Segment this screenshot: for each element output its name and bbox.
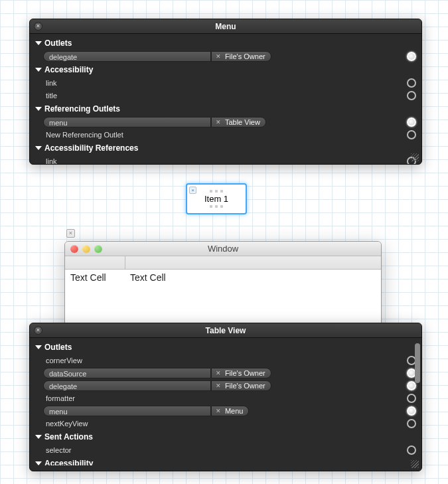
- outlet-name: selector: [43, 446, 211, 454]
- outlet-row-cornerview[interactable]: cornerView: [34, 355, 417, 366]
- menu-item-object[interactable]: × Item 1: [186, 183, 247, 214]
- section-label: Outlets: [44, 39, 72, 48]
- outlet-name: cornerView: [43, 357, 211, 364]
- scrollbar-thumb[interactable]: [415, 343, 420, 383]
- outlet-row-selector[interactable]: selector: [34, 444, 417, 456]
- outlet-name: formatter: [43, 394, 211, 402]
- section-label: Sent Actions: [44, 432, 93, 442]
- connections-panel-tableview: × Table View Outlets cornerView dataSour…: [29, 323, 422, 471]
- connection-target[interactable]: ✕Menu: [211, 406, 250, 416]
- text-cell[interactable]: Text Cell: [65, 270, 125, 285]
- section-accessibility[interactable]: Accessibility: [34, 457, 417, 465]
- outlet-row-delegate[interactable]: delegate ✕File's Owner: [34, 380, 417, 392]
- outlet-name: nextKeyView: [43, 420, 211, 428]
- close-icon[interactable]: ×: [34, 22, 42, 31]
- outlet-row-menu[interactable]: menu ✕Table View: [34, 116, 417, 128]
- connection-socket-icon[interactable]: [407, 52, 416, 61]
- connection-target[interactable]: ✕File's Owner: [211, 51, 271, 62]
- connection-target[interactable]: ✕Table View: [211, 117, 266, 127]
- table-header[interactable]: [65, 256, 381, 270]
- disconnect-icon[interactable]: ✕: [216, 118, 221, 127]
- target-label: File's Owner: [225, 381, 265, 390]
- outlet-name: menu: [43, 406, 211, 416]
- target-label: Menu: [225, 406, 244, 416]
- table-body[interactable]: Text Cell Text Cell: [65, 270, 381, 285]
- connection-socket-icon[interactable]: [407, 91, 416, 100]
- hud-body: Outlets cornerView dataSource ✕File's Ow…: [30, 338, 421, 465]
- window-close-icon[interactable]: [70, 245, 78, 253]
- window-title: Window: [208, 244, 238, 254]
- outlet-name: menu: [43, 117, 211, 127]
- outlet-row-datasource[interactable]: dataSource ✕File's Owner: [34, 367, 417, 379]
- outlet-name: link: [43, 79, 211, 87]
- disclosure-triangle-icon: [35, 345, 42, 349]
- outlet-name: link: [43, 157, 211, 165]
- target-label: Table View: [225, 118, 260, 127]
- target-label: File's Owner: [225, 368, 265, 378]
- drag-grip-icon: [200, 190, 232, 193]
- disconnect-icon[interactable]: ✕: [216, 52, 221, 61]
- outlet-name: New Referencing Outlet: [43, 131, 211, 139]
- window-titlebar[interactable]: Window: [65, 242, 381, 256]
- disclosure-triangle-icon: [35, 107, 42, 111]
- hud-title: Menu: [215, 22, 236, 31]
- connection-socket-icon[interactable]: [407, 78, 416, 88]
- connection-socket-icon[interactable]: [407, 118, 416, 127]
- section-accessibility-references[interactable]: Accessibility References: [34, 141, 417, 155]
- resize-handle-icon[interactable]: [411, 153, 419, 161]
- outlet-row-title[interactable]: title: [34, 90, 417, 102]
- section-label: Accessibility References: [44, 143, 138, 153]
- close-icon[interactable]: ×: [34, 326, 42, 335]
- target-label: File's Owner: [225, 52, 265, 61]
- connection-socket-icon[interactable]: [407, 394, 416, 403]
- window-minimize-icon[interactable]: [82, 245, 90, 253]
- connection-target[interactable]: ✕File's Owner: [211, 380, 271, 391]
- section-label: Accessibility: [44, 459, 93, 465]
- section-label: Accessibility: [44, 65, 93, 74]
- outlet-row-delegate[interactable]: delegate ✕File's Owner: [34, 50, 417, 62]
- outlet-row-nextkeyview[interactable]: nextKeyView: [34, 418, 417, 430]
- close-icon[interactable]: ×: [66, 229, 75, 238]
- outlet-row-link[interactable]: link: [34, 77, 417, 89]
- section-referencing-outlets[interactable]: Referencing Outlets: [34, 102, 417, 116]
- disclosure-triangle-icon: [35, 146, 42, 150]
- disconnect-icon[interactable]: ✕: [216, 406, 221, 416]
- column-header[interactable]: [65, 256, 125, 269]
- window-zoom-icon[interactable]: [94, 245, 102, 253]
- section-accessibility[interactable]: Accessibility: [34, 63, 417, 76]
- connection: ✕File's Owner: [211, 380, 407, 391]
- connection-socket-icon[interactable]: [407, 381, 416, 390]
- section-outlets[interactable]: Outlets: [34, 341, 417, 354]
- outlet-name: dataSource: [43, 368, 211, 378]
- resize-handle-icon[interactable]: [411, 460, 419, 468]
- disclosure-triangle-icon: [35, 435, 42, 439]
- outlet-row-formatter[interactable]: formatter: [34, 392, 417, 404]
- connection: ✕Menu: [211, 406, 407, 416]
- disconnect-icon[interactable]: ✕: [216, 368, 221, 378]
- text-cell[interactable]: Text Cell: [125, 270, 283, 285]
- menu-item-title: Item 1: [200, 194, 232, 204]
- section-outlets[interactable]: Outlets: [34, 37, 417, 50]
- hud-titlebar[interactable]: × Menu: [30, 19, 421, 34]
- connection: ✕Table View: [211, 117, 407, 127]
- connection-socket-icon[interactable]: [407, 419, 416, 428]
- section-sent-actions[interactable]: Sent Actions: [34, 430, 417, 444]
- window[interactable]: Window Text Cell Text Cell: [64, 241, 382, 334]
- column-header[interactable]: [125, 256, 381, 269]
- disclosure-triangle-icon: [35, 68, 42, 72]
- outlet-row-new-referencing[interactable]: New Referencing Outlet: [34, 129, 417, 141]
- connection-target[interactable]: ✕File's Owner: [211, 368, 271, 378]
- outlet-name: delegate: [43, 380, 211, 391]
- outlet-row-link[interactable]: link: [34, 155, 417, 165]
- connection-socket-icon[interactable]: [407, 406, 416, 416]
- disclosure-triangle-icon: [35, 461, 42, 465]
- hud-title: Table View: [206, 326, 246, 335]
- hud-titlebar[interactable]: × Table View: [30, 323, 421, 338]
- section-label: Outlets: [44, 343, 72, 352]
- connection-socket-icon[interactable]: [407, 445, 416, 455]
- connection-socket-icon[interactable]: [407, 130, 416, 139]
- close-icon[interactable]: ×: [189, 187, 196, 194]
- connection: ✕File's Owner: [211, 51, 407, 62]
- disconnect-icon[interactable]: ✕: [216, 381, 221, 390]
- outlet-row-menu[interactable]: menu ✕Menu: [34, 405, 417, 417]
